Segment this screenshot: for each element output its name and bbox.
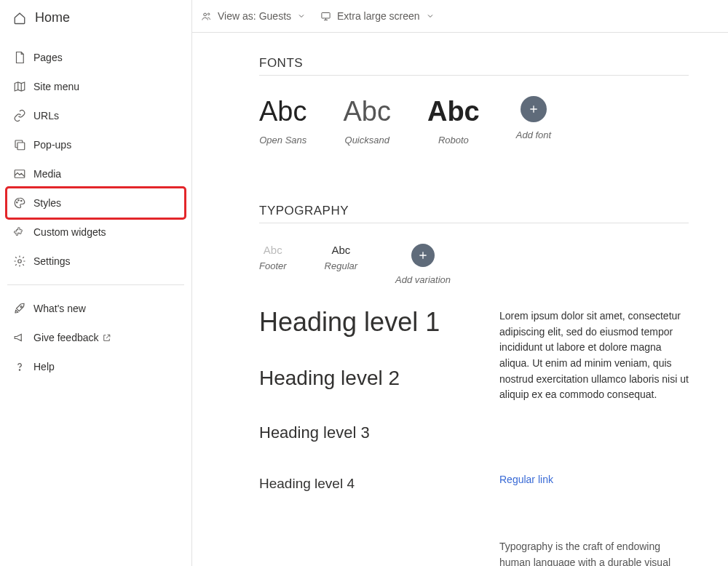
screen-label: Extra large screen — [337, 10, 420, 22]
sidebar-item-settings[interactable]: Settings — [7, 247, 184, 276]
font-card-open-sans[interactable]: Abc Open Sans — [259, 96, 306, 146]
sidebar-item-site-menu[interactable]: Site menu — [7, 72, 184, 101]
chevron-down-icon — [297, 12, 306, 20]
typography-section-title: TYPOGRAPHY — [259, 204, 689, 218]
sidebar-header[interactable]: Home — [7, 0, 184, 36]
sidebar-item-popups[interactable]: Pop-ups — [7, 130, 184, 159]
sidebar-header-label: Home — [35, 10, 70, 25]
variant-footer[interactable]: Abc Footer — [259, 244, 287, 271]
font-card-quicksand[interactable]: Abc Quicksand — [343, 96, 390, 146]
viewas-dropdown[interactable]: View as: Guests — [201, 10, 306, 22]
screen-dropdown[interactable]: Extra large screen — [320, 10, 435, 22]
help-icon — [13, 360, 26, 373]
popup-icon — [13, 138, 26, 151]
sidebar-item-label: Settings — [33, 255, 71, 267]
sidebar-item-whats-new[interactable]: What's new — [7, 294, 184, 323]
variant-name: Regular — [325, 260, 358, 271]
monitor-icon — [320, 11, 331, 22]
sidebar-item-styles[interactable]: Styles — [7, 188, 184, 218]
sidebar-item-urls[interactable]: URLs — [7, 101, 184, 130]
topbar: View as: Guests Extra large screen — [192, 0, 728, 33]
sidebar: Home Pages Site menu URLs Pop-ups Media — [0, 0, 192, 566]
add-variation-button[interactable] — [411, 244, 435, 267]
sidebar-item-pages[interactable]: Pages — [7, 43, 184, 72]
sidebar-item-custom-widgets[interactable]: Custom widgets — [7, 218, 184, 247]
heading-2: Heading level 2 — [259, 367, 456, 390]
svg-point-7 — [20, 306, 22, 308]
add-font-button[interactable] — [521, 96, 547, 122]
svg-point-8 — [19, 370, 20, 370]
variant-sample: Abc — [325, 244, 358, 256]
puzzle-icon — [13, 226, 26, 239]
add-font: Add font — [516, 96, 551, 140]
map-icon — [13, 80, 26, 93]
gear-icon — [13, 255, 26, 268]
sidebar-item-label: Media — [33, 168, 61, 180]
font-name: Quicksand — [343, 135, 390, 146]
variant-sample: Abc — [259, 244, 287, 256]
fonts-section-title: FONTS — [259, 56, 689, 71]
svg-point-9 — [204, 13, 207, 16]
chevron-down-icon — [426, 12, 435, 20]
plus-icon — [417, 250, 429, 261]
sidebar-item-label: URLs — [33, 110, 59, 121]
content: FONTS Abc Open Sans Abc Quicksand Abc Ro… — [192, 33, 728, 566]
viewas-value: Guests — [259, 10, 291, 22]
rocket-icon — [13, 302, 26, 315]
sidebar-item-media[interactable]: Media — [7, 159, 184, 188]
svg-point-4 — [18, 200, 20, 202]
svg-rect-1 — [17, 143, 25, 150]
fonts-row: Abc Open Sans Abc Quicksand Abc Roboto A… — [259, 96, 689, 146]
sidebar-item-feedback[interactable]: Give feedback — [7, 323, 184, 352]
person-icon — [201, 11, 212, 22]
sidebar-item-label: What's new — [33, 303, 86, 314]
font-sample: Abc — [259, 96, 306, 127]
variant-name: Footer — [259, 260, 287, 271]
regular-link[interactable]: Regular link — [499, 472, 689, 488]
plus-icon — [528, 103, 539, 115]
external-link-icon — [102, 333, 111, 343]
quote-text: Typography is the craft of endowing huma… — [499, 541, 670, 566]
fonts-divider — [259, 75, 689, 76]
sidebar-item-label: Give feedback — [33, 332, 99, 343]
sidebar-item-help[interactable]: Help — [7, 352, 184, 381]
link-icon — [13, 109, 26, 122]
svg-point-10 — [207, 13, 210, 15]
sidebar-divider — [7, 284, 184, 285]
svg-rect-11 — [322, 12, 330, 18]
sidebar-item-label: Help — [33, 361, 55, 372]
image-icon — [13, 167, 26, 180]
svg-point-5 — [21, 200, 23, 202]
heading-1: Heading level 1 — [259, 307, 456, 338]
typography-variants: Abc Footer Abc Regular Add variation — [259, 244, 689, 285]
sidebar-item-label: Styles — [33, 197, 61, 209]
font-name: Open Sans — [259, 135, 306, 146]
font-name: Roboto — [427, 135, 480, 146]
sidebar-item-label: Custom widgets — [33, 226, 106, 238]
add-variation-label: Add variation — [395, 274, 451, 285]
typography-headings: Heading level 1 Heading level 2 Heading … — [259, 307, 456, 566]
svg-point-6 — [18, 260, 22, 263]
typography-side: Lorem ipsum dolor sit amet, consectetur … — [499, 307, 689, 566]
main: View as: Guests Extra large screen FONTS… — [192, 0, 728, 566]
typography-divider — [259, 223, 689, 223]
sidebar-item-label: Pop-ups — [33, 139, 71, 151]
font-card-roboto[interactable]: Abc Roboto — [427, 96, 480, 146]
palette-icon — [13, 196, 26, 210]
sidebar-footer: What's new Give feedback Help — [7, 294, 184, 381]
font-sample: Abc — [427, 96, 480, 127]
lorem-text: Lorem ipsum dolor sit amet, consectetur … — [499, 308, 689, 403]
page-icon — [13, 51, 26, 64]
svg-point-3 — [17, 202, 18, 204]
variant-regular[interactable]: Abc Regular — [325, 244, 358, 271]
sidebar-item-label: Site menu — [33, 81, 79, 92]
add-variation: Add variation — [395, 244, 451, 285]
viewas-prefix: View as: — [218, 10, 256, 22]
home-icon — [13, 12, 26, 25]
font-sample: Abc — [343, 96, 390, 127]
typography-quote: Typography is the craft of endowing huma… — [499, 539, 689, 566]
heading-3: Heading level 3 — [259, 423, 456, 442]
sidebar-item-label: Pages — [33, 52, 63, 63]
heading-4: Heading level 4 — [259, 476, 456, 492]
typography-body: Heading level 1 Heading level 2 Heading … — [259, 307, 689, 566]
